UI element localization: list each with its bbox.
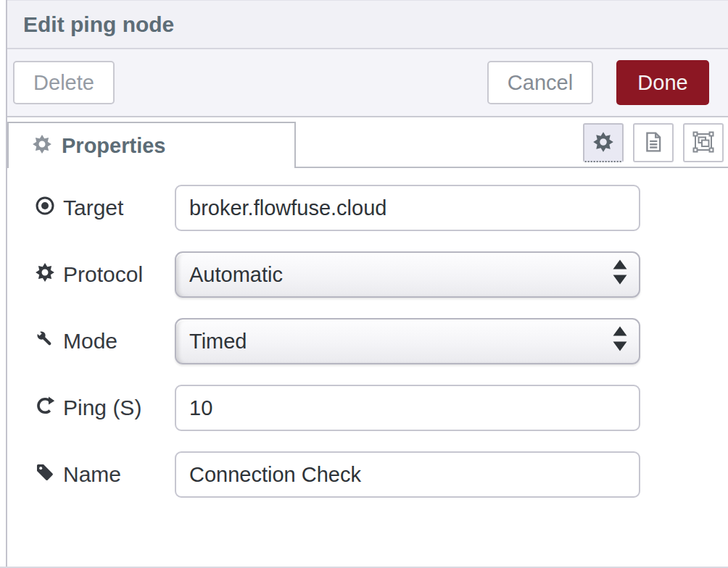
edit-tray: Edit ping node Delete Cancel Done Proper… xyxy=(6,0,728,568)
protocol-field: Automatic xyxy=(175,251,640,298)
ping-label: Ping (S) xyxy=(7,396,175,421)
tag-icon xyxy=(35,462,55,488)
appearance-button[interactable] xyxy=(683,123,724,162)
gear-icon xyxy=(592,131,614,155)
name-label: Name xyxy=(7,462,175,488)
tab-properties-label: Properties xyxy=(62,134,165,158)
name-row: Name xyxy=(7,451,728,498)
gear-icon xyxy=(32,134,52,157)
wrench-icon xyxy=(35,329,55,354)
mode-select[interactable]: Timed xyxy=(175,318,640,364)
mode-row: Mode Timed xyxy=(7,318,728,364)
target-label: Target xyxy=(7,196,175,221)
name-field xyxy=(175,451,640,498)
object-group-icon xyxy=(692,131,714,155)
dialog-toolbar: Delete Cancel Done xyxy=(7,49,728,117)
protocol-select[interactable]: Automatic xyxy=(175,251,640,298)
protocol-label: Protocol xyxy=(7,262,175,288)
dialog-header: Edit ping node xyxy=(7,0,728,49)
mode-field: Timed xyxy=(175,318,640,364)
mode-label: Mode xyxy=(7,329,175,354)
delete-button[interactable]: Delete xyxy=(13,61,115,104)
ping-field xyxy=(175,385,640,431)
properties-gear-button[interactable] xyxy=(583,123,624,162)
dot-circle-icon xyxy=(35,196,55,221)
dialog-title: Edit ping node xyxy=(23,12,174,37)
properties-form: Target Protocol Automatic xyxy=(7,168,728,498)
protocol-row: Protocol Automatic xyxy=(7,251,728,298)
edit-node-dialog: Edit ping node Delete Cancel Done Proper… xyxy=(0,0,728,568)
ping-row: Ping (S) xyxy=(7,385,728,431)
description-button[interactable] xyxy=(633,123,674,162)
select-arrows-icon xyxy=(612,326,628,357)
cancel-button[interactable]: Cancel xyxy=(487,61,593,104)
gear-icon xyxy=(35,262,55,288)
ping-input[interactable] xyxy=(175,385,640,431)
tab-properties[interactable]: Properties xyxy=(7,122,296,168)
select-arrows-icon xyxy=(612,259,628,291)
rotate-right-icon xyxy=(35,396,55,421)
file-document-icon xyxy=(642,131,664,155)
target-field xyxy=(175,185,640,231)
name-input[interactable] xyxy=(175,451,640,498)
done-button[interactable]: Done xyxy=(616,60,709,105)
target-row: Target xyxy=(7,185,728,231)
tab-icon-buttons xyxy=(583,123,724,162)
tab-bar: Properties xyxy=(7,117,728,168)
target-input[interactable] xyxy=(175,185,640,231)
